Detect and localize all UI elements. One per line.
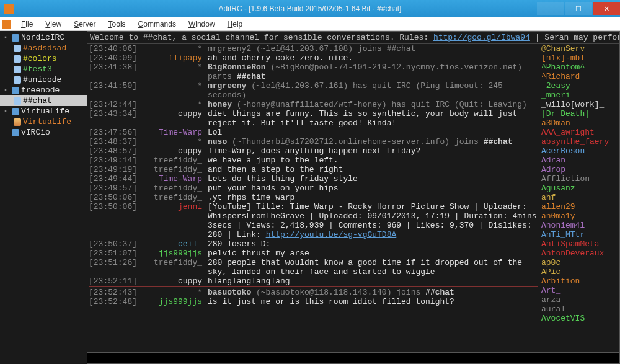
nicklist-entry[interactable]: _mneri (541, 91, 617, 100)
nicklist-entry[interactable]: APic (541, 267, 617, 277)
nicklist-entry[interactable]: Art_ (541, 286, 617, 295)
chat-nick[interactable]: * (140, 63, 205, 72)
chat-nick[interactable]: Time-Warp (140, 128, 205, 137)
menu-view[interactable]: View (39, 19, 68, 30)
menu-tools[interactable]: Tools (102, 19, 132, 30)
chat-nick[interactable]: jjs999jjs (140, 297, 205, 306)
nicklist-entry[interactable]: arza (541, 295, 617, 304)
topic-suffix: | Seran may perform a (530, 33, 619, 42)
chat-message: pelvic thrust my arse (205, 249, 538, 258)
tree-server[interactable]: ▪NordicIRC (0, 32, 87, 43)
message-input[interactable] (87, 352, 619, 363)
nicklist-entry[interactable]: ahf (541, 193, 617, 202)
chat-line: [23:52:43]*basuotoko (~basuotoko@118.118… (89, 288, 538, 297)
chat-nick[interactable]: cuppy (140, 109, 205, 118)
nicklist-entry[interactable]: AvocetVIS (541, 314, 617, 323)
nicklist-entry[interactable]: Arbition (541, 277, 617, 286)
chat-nick[interactable]: * (140, 288, 205, 297)
tree-channel[interactable]: VirtuaLife (0, 117, 87, 127)
tree-channel[interactable]: #unicode (0, 74, 87, 85)
menu-window[interactable]: Window (182, 19, 221, 30)
chat-nick[interactable]: cuppy (140, 277, 205, 286)
tree-channel[interactable]: #test3 (0, 64, 87, 74)
menu-file[interactable]: File (15, 19, 39, 30)
chat-nick[interactable]: treefiddy_ (140, 184, 205, 193)
chat-message: 280 people that wouldnt know a good time… (205, 258, 538, 277)
topic-link[interactable]: http://goo.gl/Ibwa94 (433, 33, 530, 42)
chat-log[interactable]: [23:40:06]*mrgreeny2 (~lel@41.203.67.108… (87, 44, 539, 352)
nicklist-entry[interactable]: @ChanServ (541, 44, 617, 53)
maximize-button[interactable]: ☐ (565, 2, 592, 15)
chat-line: [23:41:50]*mrgreeny (~lel@41.203.67.161)… (89, 81, 538, 100)
menubar-icon (2, 20, 11, 29)
chat-line: [23:42:44]*honey (~honey@unaffiliated/wt… (89, 100, 538, 109)
chat-nick[interactable]: cuppy (140, 146, 205, 156)
chat-nick[interactable]: treefiddy_ (140, 156, 205, 165)
nicklist-entry[interactable]: AnTi_MTtr (541, 230, 617, 239)
tree-channel[interactable]: #colors (0, 53, 87, 64)
titlebar[interactable]: AdiIRC - [1.9.6 Beta Build 2015/02/05-1 … (0, 0, 620, 17)
menu-commands[interactable]: Commands (132, 19, 182, 30)
chat-nick[interactable]: * (140, 81, 205, 91)
chat-nick[interactable]: * (140, 44, 205, 53)
tree-server[interactable]: vIRCio (0, 127, 87, 138)
nicklist-entry[interactable]: [n1x]-mbl (541, 53, 617, 63)
chat-line: [23:48:57]cuppyTime-Warp, does anything … (89, 146, 538, 156)
chat-message: put your hands on your hips (205, 184, 538, 193)
chat-nick[interactable]: ceil_ (140, 239, 205, 249)
chat-link[interactable]: http://youtu.be/sg-vgGuTD8A (266, 230, 397, 239)
nicklist-entry[interactable]: allen29 (541, 202, 617, 211)
nicklist-entry[interactable]: aural (541, 304, 617, 314)
nicklist-entry[interactable]: |Dr_Death| (541, 109, 617, 118)
chat-line: [23:50:37]ceil_280 losers D: (89, 239, 538, 249)
chat-nick[interactable]: treefiddy_ (140, 258, 205, 267)
tree-server[interactable]: ▪VirtuaLife (0, 106, 87, 117)
nicklist-entry[interactable]: AntiSpamMeta (541, 239, 617, 249)
nicklist-entry[interactable]: _2easy (541, 81, 617, 91)
chat-nick[interactable]: jenni (140, 202, 205, 211)
tree-channel[interactable]: #asdsdsad (0, 43, 87, 53)
nicklist-entry[interactable]: absynthe_faery (541, 137, 617, 146)
chat-message: we have a jump to the left. (205, 156, 538, 165)
chat-nick[interactable]: jjs999jjs (140, 249, 205, 258)
timestamp: [23:49:44] (89, 174, 140, 184)
timestamp: [23:48:37] (89, 137, 140, 146)
chat-message: mrgreeny2 (~lel@41.203.67.108) joins ##c… (205, 44, 538, 53)
tree-channel[interactable]: ##chat (0, 95, 87, 106)
menu-help[interactable]: Help (221, 19, 249, 30)
nicklist-entry[interactable]: AntonDeveraux (541, 249, 617, 258)
nicklist-entry[interactable]: Adrop (541, 165, 617, 174)
chat-nick[interactable]: flipapy (140, 53, 205, 63)
nicklist-entry[interactable]: Adran (541, 156, 617, 165)
nicklist-entry[interactable]: _willo[work]_ (541, 100, 617, 109)
nicklist-entry[interactable]: AcerBoson (541, 146, 617, 156)
menu-server[interactable]: Server (68, 19, 102, 30)
chat-message: Lol (205, 128, 538, 137)
timestamp: [23:50:06] (89, 202, 140, 211)
nicklist-entry[interactable]: ^Phantom^ (541, 63, 617, 72)
timestamp: [23:40:09] (89, 53, 140, 63)
minimize-button[interactable]: ─ (537, 2, 564, 15)
nicklist-entry[interactable]: AAA_awright (541, 128, 617, 137)
chat-nick[interactable]: treefiddy_ (140, 193, 205, 202)
nicklist-entry[interactable]: an0ma1y (541, 211, 617, 221)
chat-nick[interactable]: * (140, 137, 205, 146)
nicklist-entry[interactable]: ap0c (541, 258, 617, 267)
chat-message: nuso (~Thunderbi@s17202712.onlinehome-se… (205, 137, 538, 146)
nicklist-entry[interactable]: Anoniem4l (541, 221, 617, 230)
chat-line: [23:48:37]*nuso (~Thunderbi@s17202712.on… (89, 137, 538, 146)
nicklist-entry[interactable]: Agusanz (541, 184, 617, 193)
nicklist[interactable]: @ChanServ[n1x]-mbl^Phantom^^Richard_2eas… (539, 44, 619, 352)
chat-message: and then a step to the right (205, 165, 538, 174)
chat-nick[interactable]: * (140, 100, 205, 109)
nicklist-entry[interactable]: ^Richard (541, 72, 617, 81)
chat-nick[interactable]: treefiddy_ (140, 165, 205, 174)
chat-line: [23:49:44]Time-WarpLets do this thing fr… (89, 174, 538, 184)
close-button[interactable]: ✕ (593, 2, 620, 15)
nicklist-entry[interactable]: a3Dman (541, 118, 617, 128)
tree-server[interactable]: ▪freenode (0, 85, 87, 95)
server-tree[interactable]: ▪NordicIRC#asdsdsad#colors#test3#unicode… (0, 31, 87, 364)
nicklist-entry[interactable]: Affliction (541, 174, 617, 184)
chat-nick[interactable]: Time-Warp (140, 174, 205, 184)
chat-message: mrgreeny (~lel@41.203.67.161) has quit I… (205, 81, 538, 100)
